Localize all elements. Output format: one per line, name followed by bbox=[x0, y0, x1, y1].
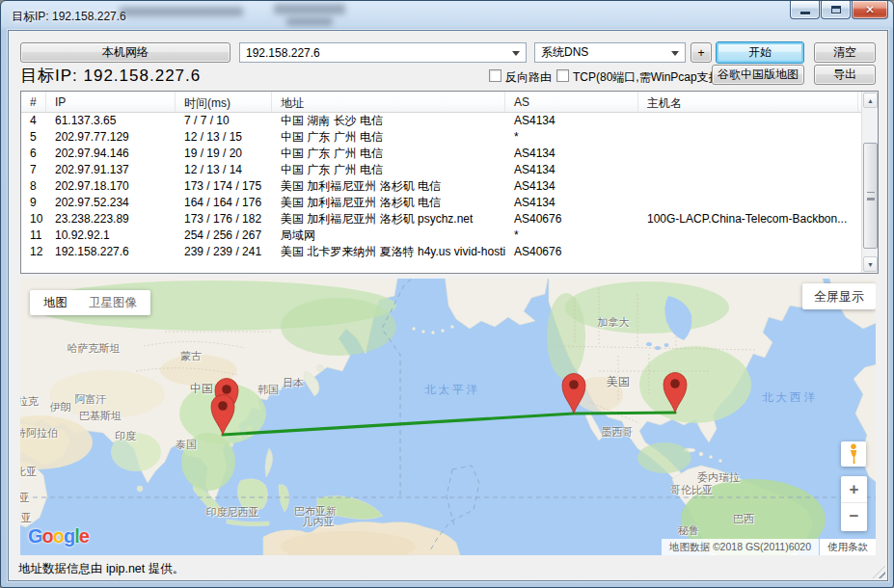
terms-link[interactable]: 使用条款 bbox=[820, 539, 876, 555]
redacted-watermark bbox=[120, 7, 243, 16]
attribution-text: 地图数据 ©2018 GS(2011)6020 bbox=[662, 539, 819, 555]
minimize-icon bbox=[800, 12, 810, 14]
export-button[interactable]: 导出 bbox=[814, 65, 876, 85]
maximize-button[interactable] bbox=[821, 1, 851, 19]
reverse-route-label[interactable]: 反向路由 bbox=[505, 69, 552, 86]
map-type-control[interactable]: 地图 卫星图像 bbox=[30, 290, 150, 315]
statusbar-text: 地址数据信息由 ipip.net 提供。 bbox=[18, 561, 184, 577]
pegman-button[interactable] bbox=[841, 441, 866, 467]
close-icon: ✕ bbox=[865, 4, 875, 15]
hops-table: # IP 时间(ms) 地址 AS 主机名 4 61.137.3.65 7 / … bbox=[20, 91, 879, 274]
table-row[interactable]: 9 202.97.52.234 164 / 164 / 176 美国 加利福尼亚… bbox=[21, 195, 861, 211]
column-header[interactable]: 主机名 bbox=[638, 92, 858, 112]
map-type-satellite-button[interactable]: 卫星图像 bbox=[89, 295, 137, 311]
scroll-up-button[interactable]: ▲ bbox=[863, 93, 878, 108]
fullscreen-button[interactable]: 全屏显示 bbox=[802, 283, 876, 309]
table-row[interactable]: 10 23.238.223.89 173 / 176 / 182 美国 加利福尼… bbox=[21, 211, 861, 227]
titlebar: 目标IP: 192.158.227.6 ✕ bbox=[1, 1, 893, 30]
tcp-checkbox[interactable] bbox=[556, 69, 569, 82]
clear-button[interactable]: 清空 bbox=[814, 42, 876, 63]
map-canvas bbox=[20, 279, 876, 555]
pegman-icon bbox=[847, 443, 860, 465]
app-window: 目标IP: 192.158.227.6 ✕ 本机网络 192.158.227.6… bbox=[0, 0, 894, 588]
column-header[interactable]: # bbox=[21, 92, 46, 112]
tcp-label[interactable]: TCP(80端口,需WinPcap支持) bbox=[573, 69, 724, 86]
reverse-route-checkbox[interactable] bbox=[489, 69, 501, 82]
close-button[interactable]: ✕ bbox=[852, 1, 888, 19]
table-row[interactable]: 11 10.92.92.1 254 / 256 / 267 局域网 * bbox=[21, 227, 861, 244]
target-ip-combobox[interactable]: 192.158.227.6 bbox=[239, 42, 527, 63]
minimize-button[interactable] bbox=[790, 1, 820, 19]
zoom-in-button[interactable]: + bbox=[841, 476, 867, 503]
redacted-watermark bbox=[286, 17, 333, 26]
zoom-out-button[interactable]: − bbox=[841, 503, 867, 530]
redacted-watermark bbox=[274, 4, 345, 14]
table-row[interactable]: 5 202.97.77.129 12 / 13 / 15 中国 广东 广州 电信… bbox=[21, 129, 861, 146]
table-row[interactable]: 7 202.97.91.137 12 / 13 / 14 中国 广东 广州 电信… bbox=[21, 162, 861, 178]
window-title: 目标IP: 192.158.227.6 bbox=[12, 9, 126, 25]
target-ip-value: 192.158.227.6 bbox=[246, 46, 320, 60]
dns-combobox[interactable]: 系统DNS bbox=[534, 42, 686, 63]
table-row[interactable]: 8 202.97.18.170 173 / 174 / 175 美国 加利福尼亚… bbox=[21, 178, 861, 195]
start-button[interactable]: 开始 bbox=[716, 41, 804, 64]
maximize-icon bbox=[831, 6, 841, 13]
route-map[interactable]: 哈萨克斯坦蒙古中国韩国日本阿富汗拉克伊朗巴基斯坦特阿拉伯印度泰国比亚亚亚印度尼西… bbox=[20, 279, 876, 555]
add-button[interactable]: + bbox=[691, 42, 712, 63]
local-network-button[interactable]: 本机网络 bbox=[20, 42, 230, 63]
scrollbar-thumb[interactable] bbox=[863, 143, 878, 249]
map-attribution: 地图数据 ©2018 GS(2011)6020 使用条款 bbox=[662, 539, 876, 555]
table-rows: 4 61.137.3.65 7 / 7 / 10 中国 湖南 长沙 电信 AS4… bbox=[21, 113, 861, 273]
scroll-down-button[interactable]: ▼ bbox=[863, 256, 878, 272]
target-ip-label: 目标IP: 192.158.227.6 bbox=[20, 65, 201, 87]
chevron-down-icon[interactable] bbox=[512, 51, 520, 56]
table-row[interactable]: 12 192.158.227.6 239 / 239 / 241 美国 北卡罗来… bbox=[21, 244, 861, 260]
column-header[interactable]: 时间(ms) bbox=[176, 92, 272, 112]
column-header[interactable]: 地址 bbox=[272, 92, 505, 112]
column-header[interactable]: IP bbox=[46, 92, 176, 112]
google-logo[interactable]: Google bbox=[28, 525, 89, 548]
dns-value: 系统DNS bbox=[541, 44, 588, 61]
vertical-scrollbar[interactable]: ▲ ▼ bbox=[861, 92, 878, 273]
table-row[interactable]: 4 61.137.3.65 7 / 7 / 10 中国 湖南 长沙 电信 AS4… bbox=[21, 113, 861, 129]
column-header[interactable]: AS bbox=[505, 92, 638, 112]
google-china-map-button[interactable]: 谷歌中国版地图 bbox=[712, 65, 804, 85]
chevron-down-icon[interactable] bbox=[671, 51, 679, 56]
table-header: # IP 时间(ms) 地址 AS 主机名 bbox=[21, 92, 861, 113]
table-row[interactable]: 6 202.97.94.146 19 / 19 / 20 中国 广东 广州 电信… bbox=[21, 146, 861, 162]
zoom-control: + − bbox=[841, 476, 867, 531]
map-type-map-button[interactable]: 地图 bbox=[43, 295, 68, 311]
